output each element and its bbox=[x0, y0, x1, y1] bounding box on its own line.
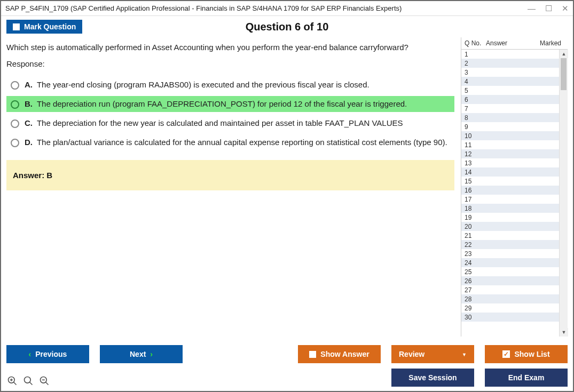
option-letter: C. bbox=[25, 118, 33, 127]
list-item[interactable]: 14 bbox=[461, 167, 559, 177]
question-counter: Question 6 of 10 bbox=[246, 21, 329, 33]
save-session-button[interactable]: Save Session bbox=[391, 369, 474, 387]
svg-line-5 bbox=[30, 382, 33, 385]
list-item[interactable]: 13 bbox=[461, 158, 559, 167]
option-a[interactable]: A. The year-end closing (program RAJABS0… bbox=[6, 77, 454, 93]
zoom-out-icon[interactable] bbox=[38, 375, 50, 387]
svg-line-7 bbox=[46, 382, 49, 385]
app-window: SAP P_S4FIN_1709 (SAP Certified Applicat… bbox=[0, 0, 574, 392]
scroll-down-icon[interactable]: ▼ bbox=[560, 328, 568, 337]
list-item[interactable]: 9 bbox=[461, 122, 559, 131]
chevron-right-icon: › bbox=[150, 350, 153, 358]
bottom-bar: ‹ Previous Next › Show Answer Review ▼ ✓… bbox=[1, 342, 573, 391]
show-answer-label: Show Answer bbox=[320, 350, 369, 358]
option-text: C. The depreciation for the new year is … bbox=[25, 118, 403, 127]
list-item[interactable]: 11 bbox=[461, 140, 559, 149]
list-item[interactable]: 8 bbox=[461, 113, 559, 122]
check-icon: ✓ bbox=[502, 350, 510, 358]
radio-icon[interactable] bbox=[11, 139, 19, 147]
option-letter: D. bbox=[25, 138, 33, 147]
question-pane: Which step is automatically performed in… bbox=[6, 37, 457, 337]
col-marked-header: Marked bbox=[534, 39, 567, 47]
question-list-header: Q No. Answer Marked bbox=[461, 37, 568, 50]
show-answer-button[interactable]: Show Answer bbox=[298, 345, 381, 363]
radio-icon[interactable] bbox=[11, 119, 19, 128]
mark-question-label: Mark Question bbox=[24, 22, 76, 31]
chevron-left-icon: ‹ bbox=[29, 350, 32, 358]
list-item[interactable]: 23 bbox=[461, 249, 559, 258]
show-list-label: Show List bbox=[514, 350, 549, 358]
list-item[interactable]: 26 bbox=[461, 276, 559, 285]
option-body: The depreciation run (program FAA_DEPREC… bbox=[35, 99, 407, 108]
option-body: The plan/actual variance is calculated f… bbox=[35, 138, 447, 147]
titlebar: SAP P_S4FIN_1709 (SAP Certified Applicat… bbox=[1, 1, 573, 16]
button-row-2: Save Session End Exam bbox=[391, 369, 568, 387]
previous-button[interactable]: ‹ Previous bbox=[6, 345, 89, 363]
option-b[interactable]: B. The depreciation run (program FAA_DEP… bbox=[6, 96, 454, 112]
list-item[interactable]: 1 bbox=[461, 50, 559, 59]
list-item[interactable]: 21 bbox=[461, 231, 559, 240]
close-icon[interactable]: ✕ bbox=[562, 4, 569, 13]
option-text: D. The plan/actual variance is calculate… bbox=[25, 138, 447, 147]
list-item[interactable]: 16 bbox=[461, 186, 559, 195]
list-item[interactable]: 2 bbox=[461, 59, 559, 68]
save-session-label: Save Session bbox=[408, 373, 457, 382]
list-item[interactable]: 19 bbox=[461, 213, 559, 222]
zoom-controls bbox=[6, 370, 50, 387]
zoom-reset-icon[interactable] bbox=[22, 375, 34, 387]
mark-question-button[interactable]: Mark Question bbox=[6, 20, 82, 34]
list-item[interactable]: 24 bbox=[461, 258, 559, 267]
svg-line-1 bbox=[14, 382, 17, 385]
checkbox-icon bbox=[13, 23, 20, 30]
main-area: Which step is automatically performed in… bbox=[1, 37, 573, 342]
option-body: The depreciation for the new year is cal… bbox=[35, 118, 403, 127]
button-row-1: ‹ Previous Next › Show Answer Review ▼ ✓… bbox=[6, 345, 568, 363]
previous-label: Previous bbox=[35, 350, 67, 358]
window-controls: — ☐ ✕ bbox=[528, 4, 569, 13]
list-item[interactable]: 15 bbox=[461, 177, 559, 186]
question-text: Which step is automatically performed in… bbox=[6, 43, 454, 52]
list-item[interactable]: 7 bbox=[461, 104, 559, 113]
question-list-wrapper: 1234567891011121314151617181920212223242… bbox=[461, 50, 568, 337]
list-item[interactable]: 30 bbox=[461, 313, 559, 322]
option-letter: A. bbox=[25, 80, 33, 89]
list-item[interactable]: 29 bbox=[461, 303, 559, 313]
list-item[interactable]: 22 bbox=[461, 240, 559, 249]
option-text: A. The year-end closing (program RAJABS0… bbox=[25, 80, 369, 89]
option-c[interactable]: C. The depreciation for the new year is … bbox=[6, 115, 454, 131]
option-d[interactable]: D. The plan/actual variance is calculate… bbox=[6, 134, 454, 150]
minimize-icon[interactable]: — bbox=[528, 4, 536, 13]
radio-icon[interactable] bbox=[11, 100, 19, 109]
list-item[interactable]: 25 bbox=[461, 267, 559, 276]
list-item[interactable]: 6 bbox=[461, 95, 559, 104]
list-item[interactable]: 10 bbox=[461, 131, 559, 140]
list-item[interactable]: 5 bbox=[461, 86, 559, 95]
list-item[interactable]: 27 bbox=[461, 285, 559, 294]
list-item[interactable]: 3 bbox=[461, 68, 559, 77]
review-label: Review bbox=[399, 350, 424, 358]
option-text: B. The depreciation run (program FAA_DEP… bbox=[25, 99, 407, 108]
review-button[interactable]: Review ▼ bbox=[391, 345, 474, 363]
zoom-in-icon[interactable] bbox=[6, 375, 18, 387]
end-exam-label: End Exam bbox=[508, 373, 545, 382]
show-list-button[interactable]: ✓ Show List bbox=[485, 345, 568, 363]
scroll-thumb[interactable] bbox=[561, 58, 567, 90]
maximize-icon[interactable]: ☐ bbox=[545, 4, 552, 13]
list-item[interactable]: 18 bbox=[461, 204, 559, 213]
list-item[interactable]: 12 bbox=[461, 149, 559, 158]
list-item[interactable]: 28 bbox=[461, 294, 559, 303]
checkbox-icon bbox=[309, 351, 316, 358]
next-label: Next bbox=[130, 350, 146, 358]
list-item[interactable]: 4 bbox=[461, 77, 559, 86]
list-item[interactable]: 17 bbox=[461, 195, 559, 204]
answer-box: Answer: B bbox=[6, 160, 454, 190]
end-exam-button[interactable]: End Exam bbox=[485, 369, 568, 387]
radio-icon[interactable] bbox=[11, 81, 19, 90]
question-list[interactable]: 1234567891011121314151617181920212223242… bbox=[461, 50, 559, 337]
svg-point-4 bbox=[25, 377, 31, 383]
chevron-down-icon: ▼ bbox=[462, 352, 467, 357]
scrollbar[interactable]: ▲ ▼ bbox=[559, 50, 568, 337]
scroll-up-icon[interactable]: ▲ bbox=[560, 50, 568, 58]
next-button[interactable]: Next › bbox=[100, 345, 183, 363]
list-item[interactable]: 20 bbox=[461, 222, 559, 231]
